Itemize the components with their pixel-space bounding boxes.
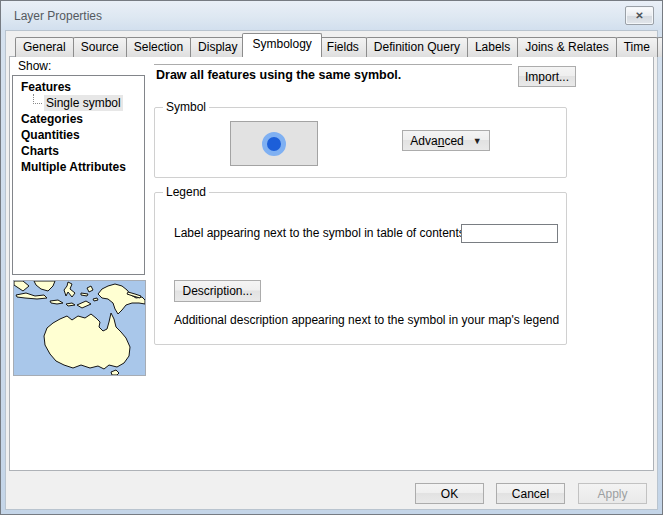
- oceania-map-graphic: [14, 281, 145, 375]
- legend-groupbox-title: Legend: [163, 185, 209, 199]
- tab-display[interactable]: Display: [190, 37, 245, 57]
- description-button[interactable]: Description...: [174, 280, 261, 302]
- cancel-button[interactable]: Cancel: [496, 483, 565, 504]
- tab-general[interactable]: General: [15, 37, 74, 57]
- symbol-preview-button[interactable]: [230, 121, 318, 166]
- close-icon: ✕: [635, 10, 643, 21]
- tree-item-categories[interactable]: Categories: [13, 111, 144, 127]
- tab-definition-query[interactable]: Definition Query: [366, 37, 468, 57]
- tree-item-quantities[interactable]: Quantities: [13, 127, 144, 143]
- layer-properties-dialog: Layer Properties ✕ General Source Select…: [0, 0, 663, 515]
- legend-label-input[interactable]: [461, 224, 558, 243]
- window-title: Layer Properties: [14, 9, 102, 23]
- show-listbox: Features Single symbol Categories Quanti…: [12, 75, 145, 275]
- tab-source[interactable]: Source: [73, 37, 127, 57]
- title-bar: Layer Properties ✕: [1, 1, 662, 30]
- tab-labels[interactable]: Labels: [467, 37, 518, 57]
- header-divider: [154, 64, 512, 65]
- ok-button[interactable]: OK: [415, 483, 484, 504]
- close-button[interactable]: ✕: [625, 6, 654, 25]
- tab-strip: General Source Selection Display Symbolo…: [15, 33, 663, 57]
- tree-item-multiple-attributes[interactable]: Multiple Attributes: [13, 159, 144, 175]
- tab-joins-relates[interactable]: Joins & Relates: [517, 37, 616, 57]
- symbology-tab-page: Show: Features Single symbol Categories …: [9, 56, 654, 471]
- map-preview: [13, 280, 146, 376]
- dropdown-arrow-icon: ▼: [473, 136, 482, 146]
- point-symbol-icon: [262, 132, 286, 156]
- draw-method-description: Draw all features using the same symbol.: [156, 68, 401, 82]
- tree-item-features[interactable]: Features: [13, 79, 144, 95]
- legend-groupbox: Legend Label appearing next to the symbo…: [154, 192, 567, 345]
- tab-symbology[interactable]: Symbology: [242, 33, 321, 57]
- symbol-groupbox-title: Symbol: [163, 100, 209, 114]
- import-button[interactable]: Import...: [518, 66, 576, 87]
- tab-selection[interactable]: Selection: [126, 37, 191, 57]
- apply-button[interactable]: Apply: [578, 483, 647, 504]
- additional-description-text: Additional description appearing next to…: [174, 313, 559, 327]
- tab-time[interactable]: Time: [616, 37, 658, 57]
- legend-label-text: Label appearing next to the symbol in ta…: [174, 226, 468, 240]
- tree-connector-icon: [33, 94, 42, 104]
- dialog-frame: General Source Selection Display Symbolo…: [1, 30, 662, 514]
- show-label: Show:: [18, 59, 51, 73]
- tab-html-popup[interactable]: HTML Popup: [657, 37, 663, 57]
- tree-item-charts[interactable]: Charts: [13, 143, 144, 159]
- advanced-dropdown-button[interactable]: Advanced ▼: [402, 130, 490, 151]
- symbol-groupbox: Symbol Advanced ▼: [154, 107, 567, 178]
- dialog-client-area: General Source Selection Display Symbolo…: [5, 30, 658, 510]
- tree-item-single-symbol[interactable]: Single symbol: [13, 95, 144, 111]
- tab-fields[interactable]: Fields: [319, 37, 367, 57]
